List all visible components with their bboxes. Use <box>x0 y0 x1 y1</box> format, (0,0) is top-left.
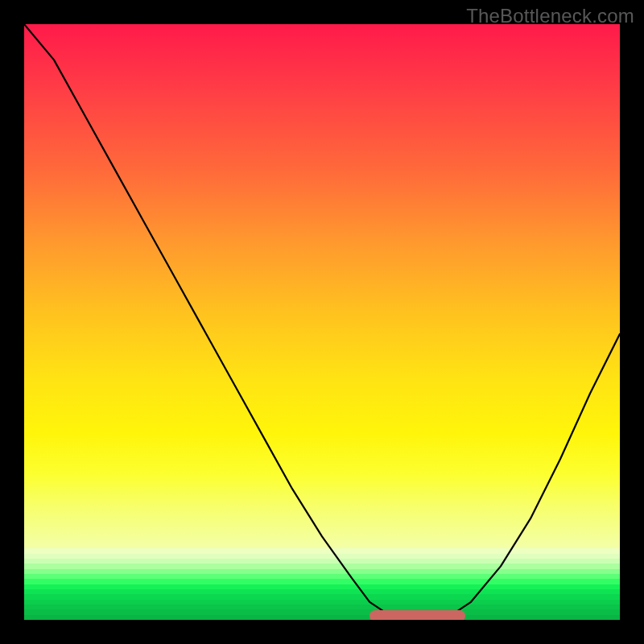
curve-svg <box>24 24 620 620</box>
plot-area <box>24 24 620 620</box>
optimal-range-marker <box>369 610 464 620</box>
bottleneck-curve <box>24 24 620 617</box>
chart-frame: TheBottleneck.com <box>0 0 644 644</box>
